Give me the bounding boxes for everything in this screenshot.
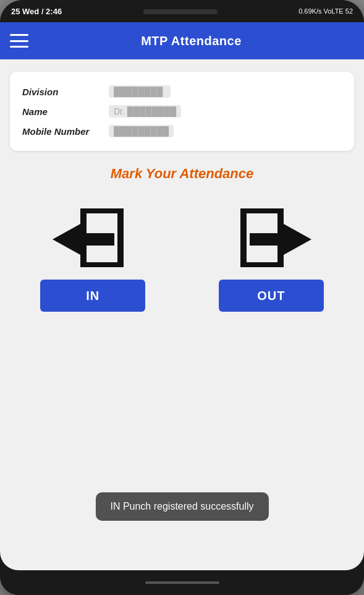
hamburger-menu-button[interactable] [10, 34, 28, 48]
info-card: Division ████████ Name Dr. ████████ Mobi… [10, 72, 354, 151]
mobile-row: Mobile Number █████████ [22, 121, 342, 141]
bottom-bar [0, 570, 364, 595]
home-indicator [145, 581, 219, 584]
status-bar: 25 Wed / 2:46 0.69K/s VoLTE 52 [0, 0, 364, 22]
attendance-buttons-row: IN OUT [10, 199, 354, 312]
screen: MTP Attendance Division ████████ Name Dr… [0, 22, 364, 570]
mark-attendance-title: Mark Your Attendance [111, 166, 253, 182]
toast-message: IN Punch registered successfully [95, 492, 268, 521]
door-out-icon [225, 202, 318, 276]
division-label: Division [22, 87, 109, 97]
mobile-value: █████████ [109, 125, 174, 137]
name-value: Dr. ████████ [109, 105, 181, 118]
notch [143, 9, 218, 14]
mobile-label: Mobile Number [22, 126, 109, 137]
out-icon-container [219, 199, 324, 280]
name-row: Name Dr. ████████ [22, 101, 342, 121]
out-column: OUT [188, 199, 355, 312]
status-time: 25 Wed / 2:46 [11, 7, 62, 16]
out-button[interactable]: OUT [219, 280, 324, 312]
division-row: Division ████████ [22, 82, 342, 101]
app-bar-title: MTP Attendance [28, 34, 354, 48]
division-value: ████████ [109, 85, 171, 98]
phone-shell: 25 Wed / 2:46 0.69K/s VoLTE 52 MTP Atten… [0, 0, 364, 595]
name-label: Name [22, 106, 109, 117]
in-column: IN [10, 199, 176, 312]
content-area: Division ████████ Name Dr. ████████ Mobi… [0, 59, 364, 570]
app-bar: MTP Attendance [0, 22, 364, 59]
in-button[interactable]: IN [40, 280, 145, 312]
door-in-icon [46, 202, 139, 276]
status-icons: 0.69K/s VoLTE 52 [298, 7, 353, 15]
in-icon-container [40, 199, 145, 280]
